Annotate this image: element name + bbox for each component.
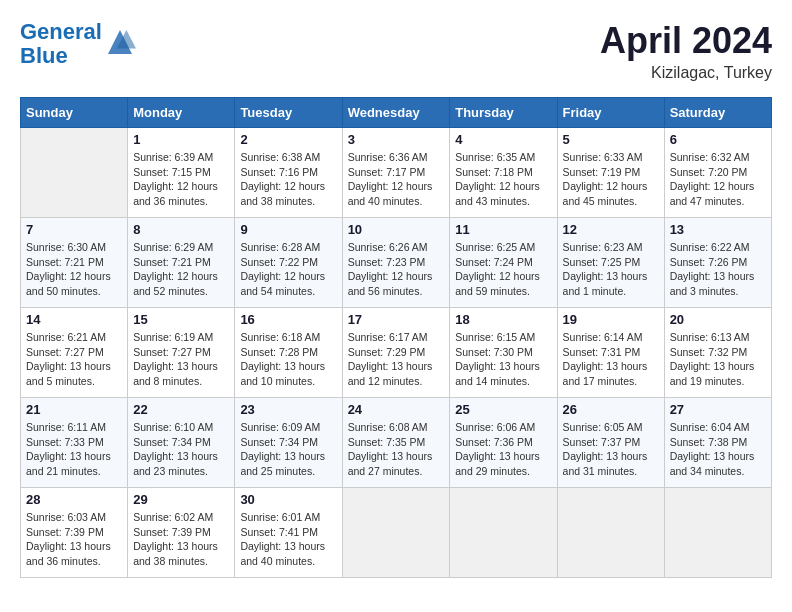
location: Kizilagac, Turkey: [600, 64, 772, 82]
calendar-cell: 9Sunrise: 6:28 AMSunset: 7:22 PMDaylight…: [235, 218, 342, 308]
weekday-header: Sunday: [21, 98, 128, 128]
day-info: Sunrise: 6:02 AMSunset: 7:39 PMDaylight:…: [133, 510, 229, 569]
day-info: Sunrise: 6:08 AMSunset: 7:35 PMDaylight:…: [348, 420, 445, 479]
calendar-cell: 23Sunrise: 6:09 AMSunset: 7:34 PMDayligh…: [235, 398, 342, 488]
calendar-cell: 1Sunrise: 6:39 AMSunset: 7:15 PMDaylight…: [128, 128, 235, 218]
day-number: 26: [563, 402, 659, 417]
calendar-cell: 13Sunrise: 6:22 AMSunset: 7:26 PMDayligh…: [664, 218, 771, 308]
weekday-header: Thursday: [450, 98, 557, 128]
calendar-week-row: 14Sunrise: 6:21 AMSunset: 7:27 PMDayligh…: [21, 308, 772, 398]
day-number: 18: [455, 312, 551, 327]
weekday-header: Saturday: [664, 98, 771, 128]
day-number: 23: [240, 402, 336, 417]
calendar-cell: [557, 488, 664, 578]
weekday-header: Tuesday: [235, 98, 342, 128]
calendar-cell: 14Sunrise: 6:21 AMSunset: 7:27 PMDayligh…: [21, 308, 128, 398]
calendar-cell: 3Sunrise: 6:36 AMSunset: 7:17 PMDaylight…: [342, 128, 450, 218]
calendar-cell: 22Sunrise: 6:10 AMSunset: 7:34 PMDayligh…: [128, 398, 235, 488]
calendar-table: SundayMondayTuesdayWednesdayThursdayFrid…: [20, 97, 772, 578]
calendar-cell: 17Sunrise: 6:17 AMSunset: 7:29 PMDayligh…: [342, 308, 450, 398]
title-block: April 2024 Kizilagac, Turkey: [600, 20, 772, 82]
calendar-cell: 4Sunrise: 6:35 AMSunset: 7:18 PMDaylight…: [450, 128, 557, 218]
calendar-cell: 24Sunrise: 6:08 AMSunset: 7:35 PMDayligh…: [342, 398, 450, 488]
day-info: Sunrise: 6:32 AMSunset: 7:20 PMDaylight:…: [670, 150, 766, 209]
day-number: 4: [455, 132, 551, 147]
day-number: 9: [240, 222, 336, 237]
day-info: Sunrise: 6:29 AMSunset: 7:21 PMDaylight:…: [133, 240, 229, 299]
calendar-cell: 11Sunrise: 6:25 AMSunset: 7:24 PMDayligh…: [450, 218, 557, 308]
calendar-week-row: 7Sunrise: 6:30 AMSunset: 7:21 PMDaylight…: [21, 218, 772, 308]
day-number: 21: [26, 402, 122, 417]
calendar-cell: 27Sunrise: 6:04 AMSunset: 7:38 PMDayligh…: [664, 398, 771, 488]
calendar-cell: 15Sunrise: 6:19 AMSunset: 7:27 PMDayligh…: [128, 308, 235, 398]
calendar-cell: 25Sunrise: 6:06 AMSunset: 7:36 PMDayligh…: [450, 398, 557, 488]
day-info: Sunrise: 6:36 AMSunset: 7:17 PMDaylight:…: [348, 150, 445, 209]
day-number: 10: [348, 222, 445, 237]
day-info: Sunrise: 6:39 AMSunset: 7:15 PMDaylight:…: [133, 150, 229, 209]
day-info: Sunrise: 6:30 AMSunset: 7:21 PMDaylight:…: [26, 240, 122, 299]
weekday-header: Wednesday: [342, 98, 450, 128]
calendar-cell: 5Sunrise: 6:33 AMSunset: 7:19 PMDaylight…: [557, 128, 664, 218]
day-number: 25: [455, 402, 551, 417]
logo-text: GeneralBlue: [20, 20, 102, 68]
day-info: Sunrise: 6:01 AMSunset: 7:41 PMDaylight:…: [240, 510, 336, 569]
day-number: 3: [348, 132, 445, 147]
day-number: 22: [133, 402, 229, 417]
day-number: 19: [563, 312, 659, 327]
page-header: GeneralBlue April 2024 Kizilagac, Turkey: [20, 20, 772, 82]
day-number: 28: [26, 492, 122, 507]
day-info: Sunrise: 6:19 AMSunset: 7:27 PMDaylight:…: [133, 330, 229, 389]
day-number: 2: [240, 132, 336, 147]
month-title: April 2024: [600, 20, 772, 62]
calendar-cell: 16Sunrise: 6:18 AMSunset: 7:28 PMDayligh…: [235, 308, 342, 398]
calendar-cell: 29Sunrise: 6:02 AMSunset: 7:39 PMDayligh…: [128, 488, 235, 578]
day-info: Sunrise: 6:26 AMSunset: 7:23 PMDaylight:…: [348, 240, 445, 299]
day-number: 29: [133, 492, 229, 507]
calendar-cell: 19Sunrise: 6:14 AMSunset: 7:31 PMDayligh…: [557, 308, 664, 398]
day-number: 27: [670, 402, 766, 417]
day-number: 5: [563, 132, 659, 147]
calendar-cell: 30Sunrise: 6:01 AMSunset: 7:41 PMDayligh…: [235, 488, 342, 578]
day-number: 6: [670, 132, 766, 147]
logo: GeneralBlue: [20, 20, 136, 68]
day-number: 1: [133, 132, 229, 147]
day-info: Sunrise: 6:33 AMSunset: 7:19 PMDaylight:…: [563, 150, 659, 209]
calendar-cell: 7Sunrise: 6:30 AMSunset: 7:21 PMDaylight…: [21, 218, 128, 308]
day-number: 17: [348, 312, 445, 327]
day-info: Sunrise: 6:14 AMSunset: 7:31 PMDaylight:…: [563, 330, 659, 389]
day-info: Sunrise: 6:05 AMSunset: 7:37 PMDaylight:…: [563, 420, 659, 479]
day-info: Sunrise: 6:13 AMSunset: 7:32 PMDaylight:…: [670, 330, 766, 389]
calendar-cell: 21Sunrise: 6:11 AMSunset: 7:33 PMDayligh…: [21, 398, 128, 488]
day-number: 24: [348, 402, 445, 417]
day-info: Sunrise: 6:18 AMSunset: 7:28 PMDaylight:…: [240, 330, 336, 389]
day-number: 13: [670, 222, 766, 237]
day-number: 15: [133, 312, 229, 327]
logo-icon: [104, 26, 136, 58]
day-info: Sunrise: 6:35 AMSunset: 7:18 PMDaylight:…: [455, 150, 551, 209]
calendar-week-row: 28Sunrise: 6:03 AMSunset: 7:39 PMDayligh…: [21, 488, 772, 578]
calendar-cell: 12Sunrise: 6:23 AMSunset: 7:25 PMDayligh…: [557, 218, 664, 308]
calendar-cell: [450, 488, 557, 578]
day-info: Sunrise: 6:15 AMSunset: 7:30 PMDaylight:…: [455, 330, 551, 389]
day-info: Sunrise: 6:38 AMSunset: 7:16 PMDaylight:…: [240, 150, 336, 209]
day-number: 16: [240, 312, 336, 327]
day-info: Sunrise: 6:03 AMSunset: 7:39 PMDaylight:…: [26, 510, 122, 569]
calendar-cell: [664, 488, 771, 578]
day-info: Sunrise: 6:28 AMSunset: 7:22 PMDaylight:…: [240, 240, 336, 299]
calendar-cell: 2Sunrise: 6:38 AMSunset: 7:16 PMDaylight…: [235, 128, 342, 218]
day-info: Sunrise: 6:25 AMSunset: 7:24 PMDaylight:…: [455, 240, 551, 299]
calendar-cell: 20Sunrise: 6:13 AMSunset: 7:32 PMDayligh…: [664, 308, 771, 398]
day-info: Sunrise: 6:04 AMSunset: 7:38 PMDaylight:…: [670, 420, 766, 479]
day-info: Sunrise: 6:21 AMSunset: 7:27 PMDaylight:…: [26, 330, 122, 389]
calendar-week-row: 1Sunrise: 6:39 AMSunset: 7:15 PMDaylight…: [21, 128, 772, 218]
calendar-week-row: 21Sunrise: 6:11 AMSunset: 7:33 PMDayligh…: [21, 398, 772, 488]
calendar-cell: 6Sunrise: 6:32 AMSunset: 7:20 PMDaylight…: [664, 128, 771, 218]
day-number: 30: [240, 492, 336, 507]
day-info: Sunrise: 6:06 AMSunset: 7:36 PMDaylight:…: [455, 420, 551, 479]
header-row: SundayMondayTuesdayWednesdayThursdayFrid…: [21, 98, 772, 128]
day-number: 20: [670, 312, 766, 327]
day-info: Sunrise: 6:22 AMSunset: 7:26 PMDaylight:…: [670, 240, 766, 299]
day-info: Sunrise: 6:11 AMSunset: 7:33 PMDaylight:…: [26, 420, 122, 479]
calendar-cell: [342, 488, 450, 578]
day-number: 11: [455, 222, 551, 237]
